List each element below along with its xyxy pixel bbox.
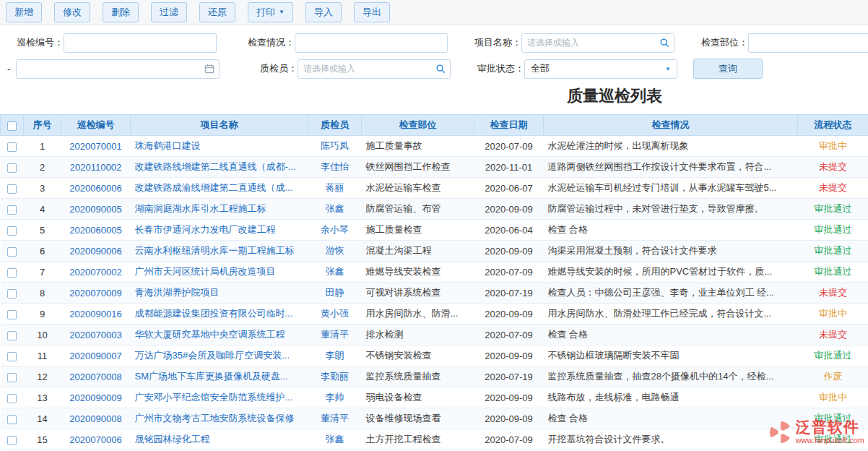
status-badge: 审批中: [798, 136, 868, 157]
table-row[interactable]: 14 2020090008 广州市文物考古工地安防系统设备保修 董清平 设备维修…: [1, 408, 868, 429]
delete-button[interactable]: 删除: [103, 2, 139, 22]
row-checkbox[interactable]: [7, 184, 17, 194]
select-all-checkbox[interactable]: [7, 121, 17, 131]
row-checkbox[interactable]: [7, 142, 17, 152]
inspection-code-link[interactable]: 2020070009: [69, 288, 121, 298]
situation-input[interactable]: [295, 33, 448, 53]
inspection-code-link[interactable]: 2020070002: [69, 267, 121, 278]
inspector-input[interactable]: [298, 59, 451, 79]
inspection-no-input[interactable]: [64, 33, 217, 53]
inspection-code-link[interactable]: 2020110002: [70, 162, 121, 173]
print-button[interactable]: 打印 ▼: [248, 2, 293, 22]
inspection-code-link[interactable]: 2020070003: [69, 330, 121, 340]
search-icon[interactable]: [435, 64, 446, 74]
inspection-code-link[interactable]: 2020090009: [69, 392, 121, 403]
inspection-code-cell: 2020090005: [61, 199, 131, 220]
row-checkbox[interactable]: [7, 436, 17, 445]
table-row[interactable]: 9 2020090016 成都能源建设集团投资有限公司临时... 黄小强 用水房…: [1, 304, 868, 325]
project-name-link[interactable]: 晟铭园林绿化工程: [135, 434, 210, 444]
row-number: 2: [24, 157, 61, 178]
inspection-code-link[interactable]: 2020090016: [69, 309, 121, 319]
row-checkbox[interactable]: [7, 268, 17, 278]
inspection-code-link[interactable]: 2020070008: [69, 371, 121, 382]
table-row[interactable]: 15 2020070006 晟铭园林绿化工程 张鑫 土方开挖工程检查 2020-…: [1, 429, 868, 450]
inspection-date: 2020-07-19: [474, 366, 544, 387]
project-name-input[interactable]: [521, 33, 674, 53]
table-row[interactable]: 5 2020060005 长春市伊通河水力发电厂改建工程 余小琴 施工质量检查 …: [1, 220, 868, 241]
project-name-link[interactable]: 青海洪湖养护院项目: [135, 287, 220, 298]
part-input[interactable]: [748, 33, 868, 53]
table-row[interactable]: 10 2020070003 华软大厦研究基地中央空调系统工程 董清平 排水检测 …: [1, 325, 868, 345]
inspection-date: 2020-09-09: [474, 345, 544, 366]
inspection-situation: 开挖基坑符合设计文件要求。: [544, 429, 798, 450]
status-badge: 审批通过: [798, 220, 868, 241]
project-name-link[interactable]: 湖南洞庭湖水库引水工程施工标: [135, 203, 266, 214]
inspection-part: 水泥砼运输车检查: [362, 178, 474, 199]
export-button[interactable]: 导出: [354, 2, 390, 22]
search-icon[interactable]: [659, 38, 669, 48]
table-row[interactable]: 6 2020090006 云南水利枢纽清明水库一期工程施工标 游恢 混凝土沟渠工…: [1, 241, 868, 262]
project-name-link[interactable]: 长春市伊通河水力发电厂改建工程: [135, 224, 276, 235]
add-button[interactable]: 新增: [6, 2, 42, 22]
project-name-link[interactable]: 云南水利枢纽清明水库一期工程施工标: [135, 245, 295, 256]
table-row[interactable]: 3 2020060006 改建铁路成渝线增建第二直通线（成... 蒋丽 水泥砼运…: [1, 178, 868, 199]
row-checkbox[interactable]: [7, 373, 17, 382]
inspector-name: 李佳怡: [308, 157, 362, 178]
filter-button[interactable]: 过滤: [151, 2, 187, 22]
page-title: 质量巡检列表: [567, 85, 662, 107]
modify-button[interactable]: 修改: [54, 2, 90, 22]
project-name-link[interactable]: 珠海鹤港口建设: [135, 140, 201, 151]
row-checkbox[interactable]: [7, 394, 17, 403]
inspection-code-cell: 2020090009: [61, 387, 131, 408]
date-input[interactable]: [16, 59, 220, 79]
inspection-code-link[interactable]: 2020070006: [69, 434, 121, 445]
row-number: 8: [24, 283, 61, 304]
table-row[interactable]: 4 2020090005 湖南洞庭湖水库引水工程施工标 张鑫 防腐管运输、布管 …: [1, 199, 868, 220]
inspector-name: 李朗: [308, 345, 362, 366]
project-name-link[interactable]: 广安邓小平纪念馆安全防范系统维护...: [135, 392, 293, 403]
project-name-link[interactable]: 广州市文物考古工地安防系统设备保修: [135, 413, 295, 424]
project-name-link[interactable]: 成都能源建设集团投资有限公司临时...: [135, 308, 293, 319]
inspection-code-link[interactable]: 2020060006: [69, 183, 121, 194]
query-button[interactable]: 查询: [693, 59, 763, 79]
table-row[interactable]: 7 2020070002 广州市天河区统计局机房改造项目 张鑫 难燃导线安装检查…: [1, 262, 868, 283]
project-name-link[interactable]: SM广场地下车库更换摄像机及硬盘...: [135, 371, 288, 382]
table-row[interactable]: 12 2020070008 SM广场地下车库更换摄像机及硬盘... 李勤丽 监控…: [1, 366, 868, 387]
inspection-code-link[interactable]: 2020060005: [69, 225, 121, 236]
row-checkbox[interactable]: [7, 226, 17, 236]
inspection-code-link[interactable]: 2020090006: [69, 246, 121, 257]
row-checkbox[interactable]: [7, 415, 17, 424]
project-name-link[interactable]: 万达广场35#会所及咖啡厅空调安装...: [135, 350, 290, 361]
project-name-link[interactable]: 华软大厦研究基地中央空调系统工程: [135, 329, 285, 340]
status-badge: 审批通过: [798, 241, 868, 262]
inspection-code-link[interactable]: 2020090008: [69, 413, 121, 424]
header-project-name: 项目名称: [131, 115, 308, 136]
row-checkbox[interactable]: [7, 289, 17, 298]
row-checkbox[interactable]: [7, 205, 17, 215]
table-row[interactable]: 11 2020090007 万达广场35#会所及咖啡厅空调安装... 李朗 不锈…: [1, 345, 868, 366]
project-name-link[interactable]: 改建铁路线增建第二线直通线（成都-...: [135, 161, 296, 172]
row-checkbox-cell: [1, 220, 24, 241]
inspection-code-link[interactable]: 2020070001: [69, 141, 121, 152]
restore-button[interactable]: 还原: [199, 2, 235, 22]
row-checkbox[interactable]: [7, 352, 17, 361]
calendar-icon[interactable]: [204, 64, 214, 74]
table-row[interactable]: 1 2020070001 珠海鹤港口建设 陈巧凤 施工质量事故 2020-07-…: [1, 136, 868, 157]
table-row[interactable]: 8 2020070009 青海洪湖养护院项目 田静 可视对讲系统检查 2020-…: [1, 283, 868, 304]
row-checkbox[interactable]: [7, 163, 17, 173]
project-name-cell: 华软大厦研究基地中央空调系统工程: [131, 325, 308, 345]
inspection-date: 2020-09-09: [474, 387, 544, 408]
inspection-code-link[interactable]: 2020090007: [69, 351, 121, 361]
project-name-link[interactable]: 改建铁路成渝线增建第二直通线（成...: [135, 182, 293, 193]
row-checkbox[interactable]: [7, 331, 17, 340]
inspection-code-link[interactable]: 2020090005: [69, 204, 121, 215]
table-row[interactable]: 2 2020110002 改建铁路线增建第二线直通线（成都-... 李佳怡 铁丝…: [1, 157, 868, 178]
table-row[interactable]: 13 2020090009 广安邓小平纪念馆安全防范系统维护... 李帅 弱电设…: [1, 387, 868, 408]
import-button[interactable]: 导入: [305, 2, 342, 22]
row-checkbox[interactable]: [7, 247, 17, 257]
approval-status-select[interactable]: 全部 ▼: [524, 59, 677, 79]
project-name-link[interactable]: 广州市天河区统计局机房改造项目: [135, 266, 276, 277]
row-checkbox[interactable]: [7, 310, 17, 319]
row-checkbox-cell: [1, 157, 24, 178]
project-name-cell: 广州市文物考古工地安防系统设备保修: [131, 408, 308, 429]
